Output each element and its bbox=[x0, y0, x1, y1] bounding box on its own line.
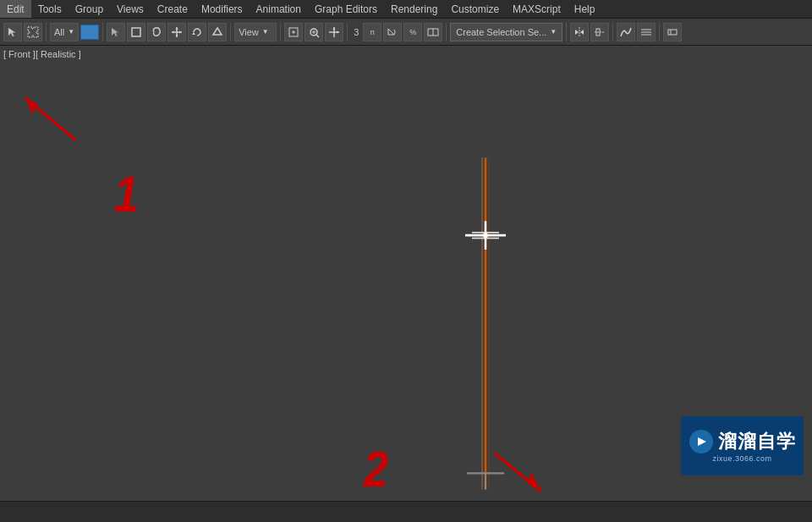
svg-rect-28 bbox=[668, 30, 677, 35]
lasso-select-btn[interactable] bbox=[147, 23, 166, 41]
dope-sheet-btn[interactable] bbox=[637, 23, 656, 41]
sep1 bbox=[46, 23, 47, 41]
watermark-sub-text: zixue.3066.com bbox=[712, 454, 771, 463]
svg-marker-5 bbox=[172, 30, 174, 33]
annotation-num-1: 1 bbox=[114, 167, 139, 222]
snap-btn[interactable]: n bbox=[363, 23, 381, 41]
svg-marker-6 bbox=[179, 30, 182, 33]
svg-marker-8 bbox=[213, 28, 222, 35]
sep4 bbox=[280, 23, 281, 41]
zoom-region-btn[interactable] bbox=[304, 23, 323, 41]
select-tool-btn[interactable] bbox=[3, 23, 22, 41]
menu-help[interactable]: Help bbox=[568, 0, 602, 18]
viewport[interactable]: [ Front ][ Realistic ] 1 2 bbox=[0, 46, 812, 501]
rect-select-btn[interactable] bbox=[127, 23, 145, 41]
menu-graph-editors[interactable]: Graph Editors bbox=[308, 0, 384, 18]
percent-snap-btn[interactable]: % bbox=[403, 23, 422, 41]
sep6 bbox=[446, 23, 447, 41]
sep2 bbox=[102, 23, 103, 41]
menu-tools[interactable]: Tools bbox=[31, 0, 69, 18]
annotation-num-2: 2 bbox=[363, 442, 388, 497]
sep9 bbox=[659, 23, 660, 41]
coord-label: 3 bbox=[351, 27, 361, 37]
svg-line-13 bbox=[316, 35, 319, 37]
color-swatch[interactable] bbox=[80, 25, 99, 40]
menu-edit[interactable]: Edit bbox=[0, 0, 31, 18]
menu-views[interactable]: Views bbox=[110, 0, 151, 18]
watermark-main-text: 溜溜自学 bbox=[718, 429, 796, 454]
curve-editor-btn[interactable] bbox=[617, 23, 635, 41]
extra-btn-1[interactable] bbox=[663, 23, 682, 41]
menu-modifiers[interactable]: Modifiers bbox=[195, 0, 250, 18]
menu-rendering[interactable]: Rendering bbox=[384, 0, 444, 18]
scale-btn[interactable] bbox=[208, 23, 227, 41]
arrow-1 bbox=[25, 98, 76, 140]
sep7 bbox=[566, 23, 567, 41]
menu-group[interactable]: Group bbox=[69, 0, 110, 18]
svg-marker-3 bbox=[176, 27, 178, 30]
svg-marker-7 bbox=[192, 32, 195, 35]
sep3 bbox=[230, 23, 231, 41]
svg-marker-16 bbox=[333, 27, 336, 30]
svg-marker-39 bbox=[698, 437, 706, 446]
svg-line-32 bbox=[495, 453, 541, 492]
svg-marker-4 bbox=[176, 35, 178, 37]
svg-rect-0 bbox=[132, 28, 140, 36]
create-selection-set[interactable]: Create Selection Se... ▼ bbox=[450, 23, 562, 41]
menu-maxscript[interactable]: MAXScript bbox=[506, 0, 568, 18]
rotate-btn[interactable] bbox=[188, 23, 206, 41]
pan-btn[interactable] bbox=[325, 23, 343, 41]
svg-marker-22 bbox=[580, 30, 584, 35]
toolbar: All ▼ View ▼ bbox=[0, 19, 812, 46]
svg-marker-31 bbox=[25, 98, 38, 114]
menu-animation[interactable]: Animation bbox=[250, 0, 308, 18]
menu-create[interactable]: Create bbox=[151, 0, 195, 18]
spinner-snap-btn[interactable] bbox=[424, 23, 442, 41]
align-btn[interactable] bbox=[590, 23, 609, 41]
mirror-btn[interactable] bbox=[570, 23, 589, 41]
svg-point-38 bbox=[483, 233, 488, 239]
sep8 bbox=[612, 23, 613, 41]
menu-customize[interactable]: Customize bbox=[444, 0, 506, 18]
arrow-2 bbox=[495, 453, 541, 492]
filter-dropdown[interactable]: All ▼ bbox=[50, 23, 79, 41]
select-region-btn[interactable] bbox=[24, 23, 42, 41]
sep5 bbox=[347, 23, 348, 41]
svg-marker-21 bbox=[575, 30, 579, 35]
menu-bar: Edit Tools Group Views Create Modifiers … bbox=[0, 0, 812, 19]
zoom-extents-btn[interactable] bbox=[284, 23, 303, 41]
arrow-select-btn[interactable] bbox=[107, 23, 125, 41]
move-btn[interactable] bbox=[167, 23, 186, 41]
svg-line-30 bbox=[25, 98, 76, 140]
status-bar bbox=[0, 501, 812, 522]
svg-marker-33 bbox=[528, 472, 541, 491]
angle-snap-btn[interactable] bbox=[383, 23, 402, 41]
view-dropdown[interactable]: View ▼ bbox=[234, 23, 277, 41]
svg-marker-17 bbox=[337, 30, 339, 33]
viewport-label: [ Front ][ Realistic ] bbox=[3, 49, 81, 59]
watermark-icon bbox=[689, 430, 713, 453]
watermark: 溜溜自学 zixue.3066.com bbox=[681, 416, 804, 475]
